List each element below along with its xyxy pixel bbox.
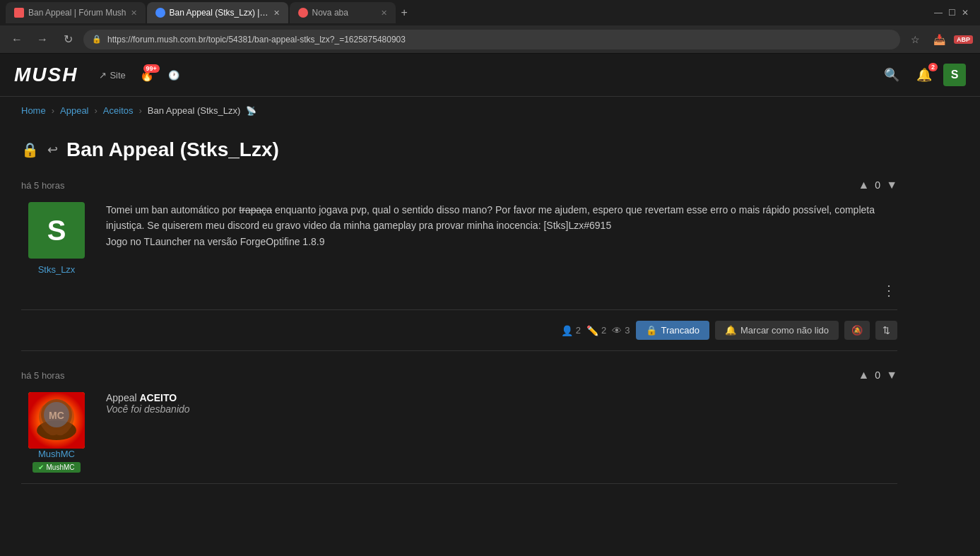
breadcrumb-aceitos[interactable]: Aceitos — [103, 105, 134, 116]
tab-2[interactable]: Ban Appeal (Stks_Lzx) | Fórum M... ✕ — [147, 2, 288, 23]
site-link[interactable]: ↗ Site — [99, 70, 125, 81]
vote-count-2: 0 — [875, 369, 880, 381]
breadcrumb-sep-1: › — [52, 105, 54, 116]
bell-badge: 2 — [928, 63, 938, 71]
badge-text: MushMC — [46, 463, 74, 471]
user-avatar[interactable]: S — [943, 64, 966, 86]
forum-header: MUSH ↗ Site 🔥 99+ 🕐 🔍 🔔 2 S — [0, 54, 980, 97]
post2-body: MC MushMC ✔ MushMC Appeal ACEITO Você fo… — [21, 392, 897, 473]
post2-author-col: MC MushMC ✔ MushMC — [21, 392, 92, 473]
forum-logo: MUSH — [14, 64, 78, 86]
minimize-button[interactable]: — — [934, 8, 943, 18]
arrow-title-icon: ↩ — [47, 142, 58, 158]
notification-badge: 99+ — [143, 64, 160, 73]
lock-title-icon: 🔒 — [21, 141, 39, 158]
breadcrumb-sep-2: › — [95, 105, 98, 116]
lock-icon: 🔒 — [92, 35, 102, 44]
mark-unread-button[interactable]: 🔔 Marcar como não lido — [715, 321, 839, 340]
upvote-button-2[interactable]: ▲ — [858, 369, 870, 381]
clock-icon: 🕐 — [168, 70, 179, 81]
downvote-button-1[interactable]: ▼ — [886, 179, 897, 191]
author-badge: ✔ MushMC — [33, 462, 80, 473]
tab1-close[interactable]: ✕ — [131, 8, 137, 18]
post1-text: Tomei um ban automático por trapaça enqu… — [106, 202, 897, 249]
tab3-favicon — [298, 8, 308, 18]
users-count: 2 — [576, 325, 581, 336]
forum-nav: MUSH ↗ Site 🔥 99+ 🕐 🔍 🔔 2 S — [0, 54, 980, 96]
tab2-close[interactable]: ✕ — [273, 8, 280, 18]
bottom-bar: 👤 2 ✏️ 2 👁 3 🔒 Trancado 🔔 Marcar como nã… — [21, 310, 897, 351]
post1-time: há 5 horas — [21, 180, 64, 191]
breadcrumb-sep-3: › — [139, 105, 142, 116]
views-count: 3 — [625, 325, 630, 336]
post-2: há 5 horas ▲ 0 ▼ — [21, 358, 897, 484]
post2-header: há 5 horas ▲ 0 ▼ — [21, 369, 897, 381]
post1-author-link[interactable]: Stks_Lzx — [38, 264, 76, 275]
browser-chrome: Ban Appeal | Fórum Mush ✕ Ban Appeal (St… — [0, 0, 980, 54]
tab1-favicon — [14, 8, 24, 18]
window-controls: — ☐ ✕ — [934, 8, 974, 18]
post-1: há 5 horas ▲ 0 ▼ S Stks_Lzx Tomei um ban… — [21, 168, 897, 310]
tab3-close[interactable]: ✕ — [381, 8, 387, 18]
posts-icon: ✏️ — [586, 325, 598, 336]
post1-body: S Stks_Lzx Tomei um ban automático por t… — [21, 202, 897, 275]
sort-button[interactable]: ⇅ — [875, 321, 897, 340]
forward-button[interactable]: → — [33, 30, 52, 49]
breadcrumb-appeal[interactable]: Appeal — [60, 105, 88, 116]
site-icon: ↗ — [99, 70, 107, 81]
tab2-label: Ban Appeal (Stks_Lzx) | Fórum M... — [170, 8, 269, 18]
lock-btn-icon: 🔒 — [646, 325, 657, 336]
users-icon: 👤 — [561, 325, 573, 336]
post1-avatar: S — [28, 202, 85, 259]
upvote-button-1[interactable]: ▲ — [858, 179, 870, 191]
back-button[interactable]: ← — [7, 30, 27, 49]
tab-1[interactable]: Ban Appeal | Fórum Mush ✕ — [6, 2, 146, 23]
breadcrumb-home[interactable]: Home — [21, 105, 46, 116]
close-button[interactable]: ✕ — [962, 8, 969, 18]
views-stat: 👁 3 — [612, 325, 630, 336]
tab1-label: Ban Appeal | Fórum Mush — [28, 8, 126, 18]
tab-bar: Ban Appeal | Fórum Mush ✕ Ban Appeal (St… — [0, 0, 980, 25]
maximize-button[interactable]: ☐ — [948, 8, 956, 18]
sort-icon: ⇅ — [882, 325, 890, 336]
mark-unread-label: Marcar como não lido — [740, 325, 829, 336]
main-content: 🔒 ↩ Ban Appeal (Stks_Lzx) há 5 horas ▲ 0… — [0, 124, 919, 484]
posts-stat: ✏️ 2 — [586, 325, 606, 336]
notification-settings-button[interactable]: 🔕 — [844, 321, 870, 340]
star-button[interactable]: ☆ — [906, 30, 926, 49]
clock-link[interactable]: 🕐 — [168, 70, 179, 81]
post2-text: Appeal ACEITO Você foi desbanido — [106, 392, 897, 415]
nav-icons: ☆ 📥 ABP — [906, 30, 973, 49]
downvote-button-2[interactable]: ▼ — [886, 369, 897, 381]
post1-header: há 5 horas ▲ 0 ▼ — [21, 179, 897, 191]
post1-content: Tomei um ban automático por trapaça enqu… — [106, 202, 897, 275]
vote-controls-1: ▲ 0 ▼ — [858, 179, 897, 191]
mark-unread-icon: 🔔 — [725, 325, 736, 336]
users-stat: 👤 2 — [561, 325, 581, 336]
post2-author-link[interactable]: MushMC — [38, 449, 75, 459]
post2-content: Appeal ACEITO Você foi desbanido — [106, 392, 897, 473]
locked-button[interactable]: 🔒 Trancado — [636, 321, 709, 340]
tab-3[interactable]: Nova aba ✕ — [290, 2, 396, 23]
bell-off-icon: 🔕 — [851, 325, 863, 336]
bell-button[interactable]: 🔔 2 — [916, 67, 932, 83]
post1-more-button[interactable]: ⋮ — [882, 282, 897, 299]
address-bar[interactable]: 🔒 https://forum.mush.com.br/topic/54381/… — [83, 30, 900, 49]
check-icon: ✔ — [38, 463, 44, 471]
address-text: https://forum.mush.com.br/topic/54381/ba… — [107, 35, 406, 45]
post1-footer: ⋮ — [21, 275, 897, 299]
post1-avatar-letter: S — [47, 215, 66, 247]
pocket-button[interactable]: 📥 — [930, 30, 950, 49]
notification-button[interactable]: 🔥 99+ — [140, 69, 154, 82]
rss-icon: 📡 — [246, 106, 256, 116]
tab3-label: Nova aba — [312, 8, 348, 18]
search-icon[interactable]: 🔍 — [884, 67, 899, 83]
post2-time: há 5 horas — [21, 370, 64, 381]
post2-avatar: MC — [28, 392, 85, 449]
vote-controls-2: ▲ 0 ▼ — [858, 369, 897, 381]
refresh-button[interactable]: ↻ — [58, 30, 78, 49]
locked-label: Trancado — [661, 325, 699, 336]
topic-heading: Ban Appeal (Stks_Lzx) — [66, 138, 279, 161]
new-tab-button[interactable]: + — [397, 6, 412, 19]
topic-title: 🔒 ↩ Ban Appeal (Stks_Lzx) — [21, 124, 897, 168]
